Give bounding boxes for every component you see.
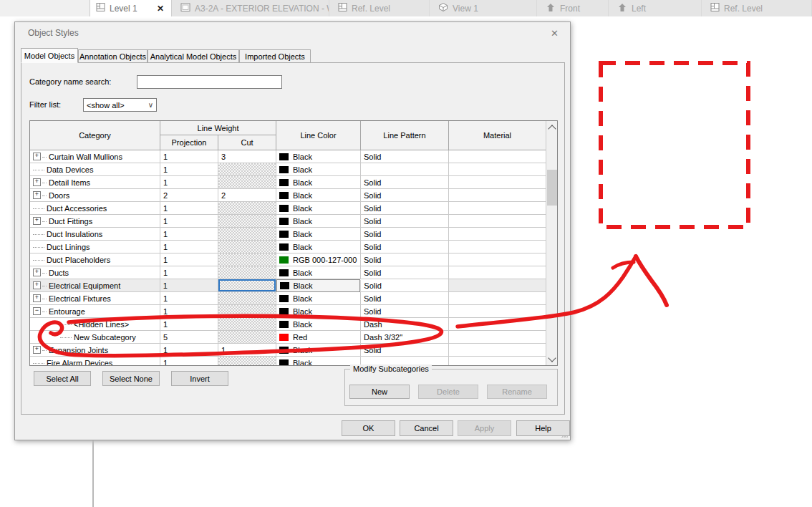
view-tab-bar: Level 1✕A3-2A - EXTERIOR ELEVATION - WE.… <box>0 0 812 16</box>
floor-plan-icon <box>96 2 105 14</box>
sheet-icon <box>180 3 190 14</box>
view-tab-label: A3-2A - EXTERIOR ELEVATION - WE... <box>195 4 329 14</box>
dialog-tab-panel <box>21 62 565 415</box>
dialog-tab-annotation-objects[interactable]: Annotation Objects <box>78 49 148 63</box>
elevation-icon <box>546 3 556 14</box>
object-styles-dialog: Object Styles ✕ Model ObjectsAnnotation … <box>14 21 571 440</box>
floor-plan-icon <box>710 2 720 14</box>
view-tab-label: Ref. Level <box>352 4 390 14</box>
view-tab-a3-2a-exterior-elevation-we[interactable]: A3-2A - EXTERIOR ELEVATION - WE... <box>175 0 329 16</box>
view-tab-label: View 1 <box>453 4 478 14</box>
floor-plan-icon <box>338 2 347 14</box>
view-tab-level-1[interactable]: Level 1✕ <box>90 0 172 16</box>
view-tab-ref-level[interactable]: Ref. Level <box>332 0 430 16</box>
view-tab-front[interactable]: Front <box>540 0 609 16</box>
ok-button[interactable]: OK <box>342 420 395 436</box>
arrow-wing-annotation <box>613 262 634 268</box>
view-tab-label: Ref. Level <box>724 4 763 14</box>
view-tab-label: Left <box>632 4 646 14</box>
canvas-model-line <box>92 440 94 507</box>
cancel-button[interactable]: Cancel <box>400 420 453 436</box>
dialog-title: Object Styles <box>28 28 79 38</box>
elevation-icon <box>617 3 627 14</box>
view-tab-label: Front <box>560 4 580 14</box>
help-button[interactable]: Help <box>516 420 570 436</box>
view-tab-ref-level[interactable]: Ref. Level <box>705 0 812 16</box>
dashed-rectangle-annotation <box>601 63 748 227</box>
apply-button: Apply <box>458 420 511 436</box>
view-tab-view-1[interactable]: View 1 <box>432 0 537 16</box>
view-tab-bar-left-spacer <box>0 0 90 16</box>
revit-window: Level 1✕A3-2A - EXTERIOR ELEVATION - WE.… <box>0 0 812 507</box>
dialog-tab-model-objects[interactable]: Model Objects <box>21 48 78 63</box>
dialog-close-icon[interactable]: ✕ <box>548 27 561 39</box>
dialog-tab-analytical-model-objects[interactable]: Analytical Model Objects <box>148 49 239 63</box>
dialog-tab-imported-objects[interactable]: Imported Objects <box>239 49 311 63</box>
3d-view-icon <box>438 2 448 14</box>
arrow-shaft-annotation <box>636 256 667 305</box>
close-tab-icon[interactable]: ✕ <box>155 4 165 14</box>
view-tab-left[interactable]: Left <box>612 0 702 16</box>
view-tab-label: Level 1 <box>110 4 137 14</box>
